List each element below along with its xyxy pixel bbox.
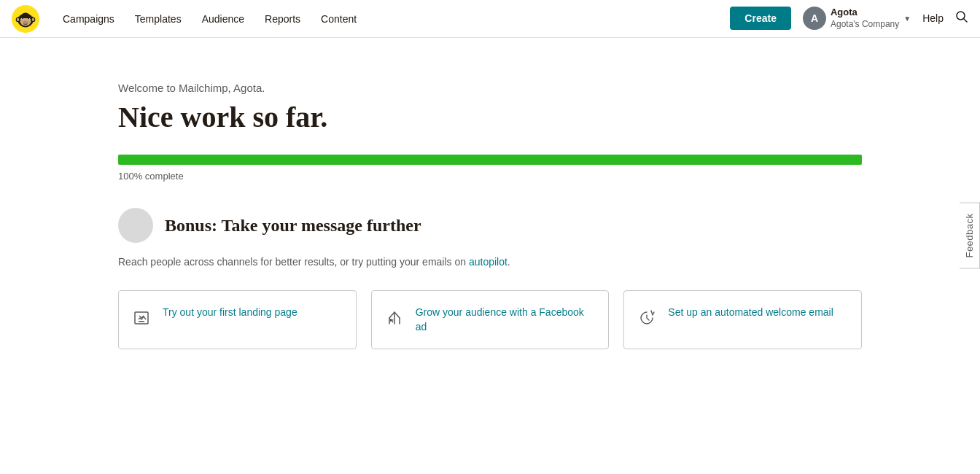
svg-rect-16 [139,321,144,322]
bonus-title: Bonus: Take your message further [165,216,421,236]
svg-line-14 [964,19,968,23]
user-dropdown[interactable]: A Agota Agota's Company ▼ [803,7,911,30]
bonus-desc-text1: Reach people across channels for better … [118,256,466,268]
feedback-button[interactable]: Feedback [960,202,980,268]
chevron-down-icon: ▼ [903,15,911,23]
welcome-email-card[interactable]: Set up an automated welcome email [623,290,862,349]
user-name: Agota [831,7,899,19]
bonus-section: Bonus: Take your message further Reach p… [118,208,862,349]
bonus-description: Reach people across channels for better … [118,255,556,270]
nav-links: Campaigns Templates Audience Reports Con… [54,9,730,29]
progress-bar-container [118,155,862,165]
svg-point-11 [32,18,34,20]
welcome-email-label: Set up an automated welcome email [668,306,833,320]
facebook-ad-label: Grow your audience with a Facebook ad [416,306,594,334]
svg-rect-12 [18,16,34,18]
autopilot-link[interactable]: autopilot [469,256,508,268]
landing-page-icon [131,307,152,329]
progress-bar-fill [118,155,862,165]
nav-audience[interactable]: Audience [193,9,253,29]
nav-templates[interactable]: Templates [126,9,190,29]
user-company: Agota's Company [831,19,899,31]
facebook-ad-icon [384,307,405,329]
nav-right: Create A Agota Agota's Company ▼ Help [730,7,968,30]
bonus-header: Bonus: Take your message further [118,208,862,243]
main-content: Welcome to Mailchimp, Agota. Nice work s… [89,38,891,378]
nav-campaigns[interactable]: Campaigns [54,9,123,29]
page-title: Nice work so far. [118,100,862,134]
facebook-ad-card[interactable]: Grow your audience with a Facebook ad [371,290,610,349]
landing-page-card[interactable]: Try out your first landing page [118,290,357,349]
bonus-desc-text2: . [508,256,510,268]
user-info: Agota Agota's Company [831,7,899,30]
progress-label: 100% complete [118,171,862,182]
cards-row: Try out your first landing page Grow you… [118,290,862,349]
landing-page-label: Try out your first landing page [163,306,298,320]
nav-reports[interactable]: Reports [256,9,309,29]
create-button[interactable]: Create [730,7,791,30]
svg-point-9 [17,18,19,20]
welcome-text: Welcome to Mailchimp, Agota. [118,82,862,94]
svg-point-7 [23,20,28,23]
mailchimp-logo[interactable] [12,5,39,33]
nav-content[interactable]: Content [312,9,365,29]
avatar: A [803,7,826,30]
bonus-icon [118,208,153,243]
search-icon[interactable] [955,10,968,26]
navbar: Campaigns Templates Audience Reports Con… [0,0,980,38]
help-link[interactable]: Help [922,12,944,24]
feedback-tab[interactable]: Feedback [960,202,980,271]
welcome-email-icon [636,307,658,329]
